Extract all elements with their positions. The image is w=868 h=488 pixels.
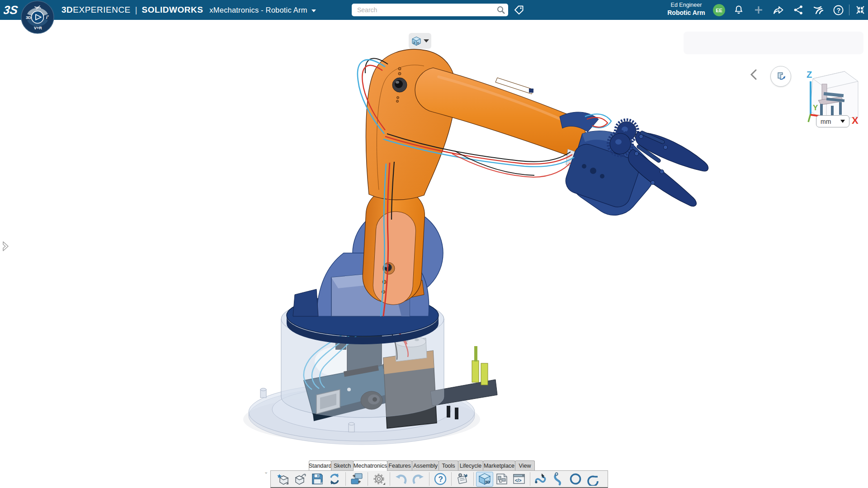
toolbar-divider: [473, 472, 474, 486]
svg-text:3S: 3S: [4, 3, 19, 17]
left-panel-expander-icon[interactable]: [1, 240, 10, 252]
tag-icon[interactable]: [513, 4, 525, 16]
toolbar-divider: [390, 472, 390, 486]
view-cube[interactable]: Z Y X: [800, 53, 863, 126]
top-app-bar: 3S 3D i’ V+R 3DEXPERIENCE | SOLIDWORKS x…: [0, 0, 868, 20]
undo-icon[interactable]: [392, 472, 410, 487]
settings-gear-icon[interactable]: [370, 472, 387, 487]
toolbar-divider: [345, 472, 346, 486]
code-view-icon[interactable]: </>: [510, 472, 528, 487]
axis-z-label: Z: [807, 70, 812, 80]
chevron-down-icon: [840, 120, 845, 123]
robotic-arm-model[interactable]: [0, 0, 868, 488]
document-title: xMechatronics - Robotic Arm: [209, 6, 307, 14]
toolbar-divider: [451, 472, 452, 486]
toolbar-divider: [429, 472, 429, 486]
bend-tube-icon[interactable]: [550, 472, 567, 487]
compass-play-button[interactable]: [32, 11, 44, 23]
plus-icon[interactable]: [749, 0, 769, 20]
chevron-down-icon: [424, 39, 429, 42]
avatar[interactable]: EE: [713, 4, 725, 16]
user-name: Ed Engineer: [664, 2, 709, 9]
3d-cube-icon: D 3: [411, 36, 422, 47]
viewport-3d: D 3 Z Y: [0, 20, 868, 460]
tab-view[interactable]: View: [515, 460, 535, 470]
svg-text:3: 3: [413, 41, 415, 44]
compass-east-label[interactable]: i’: [46, 15, 49, 20]
3dexperience-compass[interactable]: 3D i’ V+R: [21, 0, 54, 34]
3ds-logo[interactable]: 3S: [4, 2, 21, 18]
help-icon[interactable]: ?: [828, 0, 848, 20]
avatar-initials: EE: [716, 8, 722, 13]
topbar-divider: [849, 5, 849, 15]
toolbar-divider: [368, 472, 368, 486]
tab-marketplace[interactable]: Marketplace: [483, 460, 515, 470]
tab-assembly[interactable]: Assembly: [412, 460, 439, 470]
redo-icon[interactable]: [410, 472, 427, 487]
people-icon[interactable]: [808, 0, 828, 20]
sync-icon[interactable]: [326, 472, 343, 487]
rotate-part-icon: [774, 70, 787, 83]
schematic-view-icon[interactable]: [493, 472, 510, 487]
view-3d-icon[interactable]: 3D: [476, 472, 493, 487]
bell-icon[interactable]: [729, 0, 749, 20]
search-bar: [352, 4, 508, 16]
brand-experience: EXPERIENCE: [73, 5, 130, 15]
svg-text:?: ?: [836, 7, 840, 14]
brand-divider: |: [135, 5, 137, 15]
tab-lifecycle[interactable]: Lifecycle: [458, 460, 483, 470]
brandline: 3DEXPERIENCE | SOLIDWORKS xMechatronics …: [61, 0, 316, 20]
ribbon-tabs: Standard Sketch Mechatronics Features As…: [309, 460, 534, 470]
svg-text:</>: </>: [515, 478, 522, 483]
open-icon[interactable]: [292, 472, 309, 487]
search-icon[interactable]: [496, 5, 505, 14]
tab-standard[interactable]: Standard: [309, 460, 331, 470]
axis-y-label: Y: [813, 103, 818, 112]
document-switcher-caret[interactable]: [311, 9, 316, 12]
back-chevron-icon[interactable]: [750, 69, 758, 80]
new-part-icon[interactable]: [274, 472, 292, 487]
topbar-icons: ?: [729, 0, 868, 20]
toolbar-divider: [530, 472, 530, 486]
user-block[interactable]: Ed Engineer Robotic Arm: [664, 2, 709, 17]
save-icon[interactable]: [309, 472, 326, 487]
toolbar-options-caret[interactable]: ⌄: [264, 469, 268, 475]
user-workspace: Robotic Arm: [664, 9, 709, 17]
circle-tool-icon[interactable]: [567, 472, 584, 487]
svg-text:?: ?: [439, 475, 443, 483]
collapse-icon[interactable]: [850, 0, 868, 20]
units-value: mm: [821, 118, 831, 125]
search-input[interactable]: [352, 4, 508, 16]
flexible-wire-icon[interactable]: [533, 472, 550, 487]
svg-text:3D: 3D: [485, 480, 491, 484]
tab-features[interactable]: Features: [387, 460, 412, 470]
compass-west-label[interactable]: 3D: [26, 15, 31, 20]
svg-text:D: D: [417, 42, 420, 45]
axis-x-label: X: [852, 115, 859, 126]
tab-sketch[interactable]: Sketch: [331, 460, 354, 470]
bottom-toolbar: ? 3D: [270, 470, 608, 488]
import-export-icon[interactable]: [348, 472, 365, 487]
arc-tool-icon[interactable]: [584, 472, 601, 487]
compass-south-label[interactable]: V+R: [34, 26, 42, 30]
tab-mechatronics[interactable]: Mechatronics: [353, 460, 387, 471]
view-mode-button[interactable]: [770, 66, 791, 87]
units-selector[interactable]: mm: [816, 115, 849, 127]
export-options-icon[interactable]: [454, 472, 471, 487]
brand-solidworks: SOLIDWORKS: [142, 5, 203, 15]
share-network-icon[interactable]: [788, 0, 808, 20]
display-style-widget[interactable]: D 3: [409, 33, 431, 49]
brand-3d: 3D: [61, 5, 73, 15]
tab-tools[interactable]: Tools: [439, 460, 458, 470]
share-forward-icon[interactable]: [769, 0, 788, 20]
help-icon[interactable]: ?: [432, 472, 449, 487]
